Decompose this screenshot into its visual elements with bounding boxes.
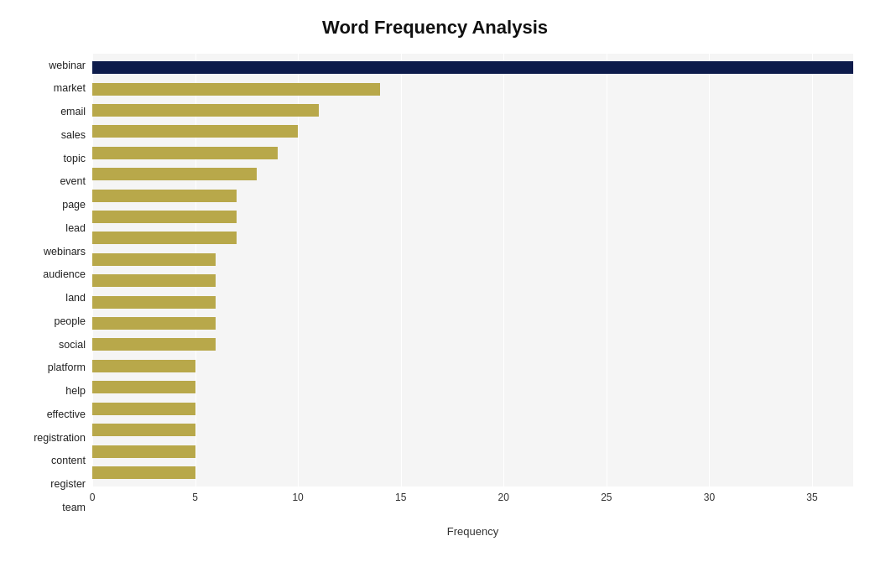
bar-register [92,445,195,458]
y-label-content: content [51,450,86,473]
bar-row-team [92,462,853,483]
bar-row-effective [92,377,853,398]
bar-row-topic [92,143,853,164]
bar-page [92,190,237,202]
bar-row-register [92,440,853,461]
bar-row-registration [92,398,853,419]
y-label-audience: audience [43,263,86,287]
bar-social [92,317,216,330]
bar-market [92,83,380,96]
y-label-webinar: webinar [49,54,86,77]
bar-row-email [92,100,853,121]
y-axis-labels: webinarmarketemailsalestopiceventpagelea… [17,54,92,538]
chart-area: webinarmarketemailsalestopiceventpagelea… [17,54,853,538]
y-label-team: team [62,496,86,519]
bar-row-lead [92,206,853,227]
y-label-social: social [59,333,86,356]
bar-people [92,296,216,309]
x-axis-label: Frequency [92,525,853,538]
bar-topic [92,147,278,159]
y-label-platform: platform [48,356,86,380]
bar-team [92,466,195,479]
bar-sales [92,125,298,138]
bar-webinar [92,61,853,74]
bar-row-page [92,185,853,206]
bar-row-help [92,356,853,377]
x-tick-35: 35 [806,492,817,503]
x-tick-25: 25 [601,492,612,503]
bar-help [92,360,195,372]
y-label-help: help [65,380,86,403]
y-label-webinars: webinars [44,240,86,263]
y-label-registration: registration [34,426,86,450]
y-label-sales: sales [61,123,86,147]
bar-event [92,168,257,180]
bar-row-sales [92,121,853,142]
x-tick-0: 0 [90,492,96,503]
y-label-land: land [65,287,86,310]
y-label-market: market [54,77,86,101]
bar-effective [92,381,195,393]
bars-and-grid: 05101520253035 Frequency [92,54,853,538]
bar-row-market [92,78,853,99]
bar-land [92,274,216,287]
x-tick-5: 5 [192,492,198,503]
y-label-topic: topic [64,147,86,170]
bar-lead [92,211,237,223]
grid-and-bars [92,54,853,487]
x-tick-30: 30 [704,492,715,503]
bar-row-platform [92,334,853,355]
y-label-email: email [60,101,86,124]
bar-row-land [92,270,853,291]
x-ticks-container: 05101520253035 [92,488,853,507]
x-tick-10: 10 [292,492,303,503]
bar-audience [92,253,216,266]
bar-webinars [92,232,237,244]
bar-row-audience [92,249,853,270]
x-tick-15: 15 [395,492,406,503]
bar-email [92,104,319,117]
bar-platform [92,338,216,351]
bars-wrapper [92,54,853,487]
bar-row-webinars [92,227,853,248]
y-label-register: register [50,473,86,497]
bar-registration [92,403,195,415]
y-label-page: page [62,194,86,217]
y-label-effective: effective [47,403,86,426]
y-label-lead: lead [65,216,86,240]
bar-row-content [92,419,853,440]
bar-row-people [92,291,853,312]
bar-content [92,424,195,436]
chart-title: Word Frequency Analysis [17,17,853,39]
x-tick-20: 20 [498,492,509,503]
chart-container: Word Frequency Analysis webinarmarketema… [0,0,870,588]
bar-row-social [92,313,853,334]
y-label-people: people [54,310,86,333]
y-label-event: event [60,170,86,194]
bar-row-event [92,164,853,185]
bar-row-webinar [92,57,853,78]
